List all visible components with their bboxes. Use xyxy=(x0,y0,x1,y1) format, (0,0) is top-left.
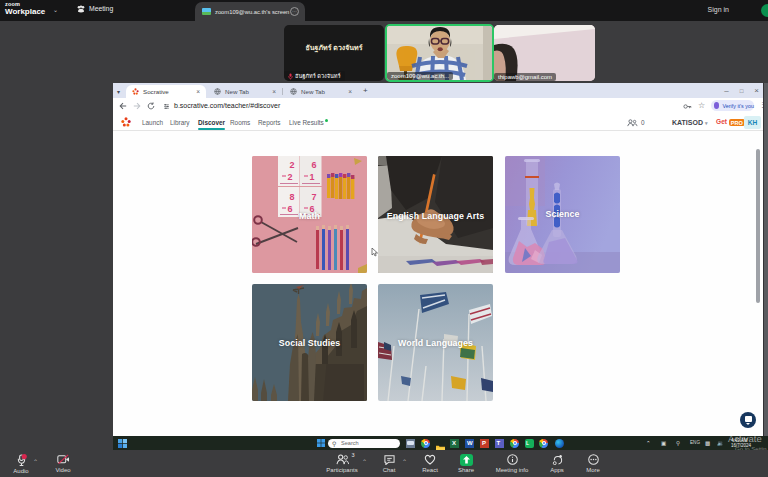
svg-text:6: 6 xyxy=(311,160,316,170)
svg-text:2: 2 xyxy=(287,172,292,182)
svg-text:7: 7 xyxy=(311,192,316,202)
svg-text:2: 2 xyxy=(289,160,294,170)
svg-text:1: 1 xyxy=(309,172,314,182)
svg-text:8: 8 xyxy=(289,192,294,202)
